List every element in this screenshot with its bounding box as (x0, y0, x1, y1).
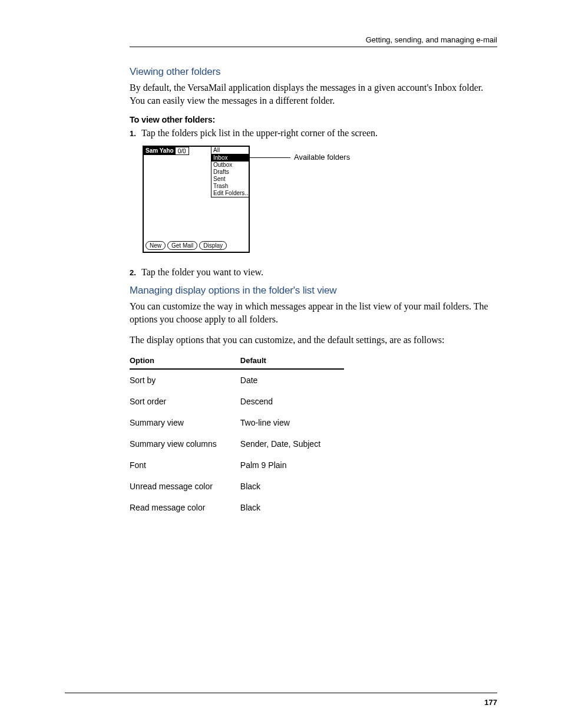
message-count: 0/0 (175, 147, 189, 155)
option-default: Palm 9 Plain (240, 454, 344, 476)
table-row: Summary view columnsSender, Date, Subjec… (130, 433, 344, 454)
page-footer: 177 (65, 693, 497, 707)
running-header: Getting, sending, and managing e-mail (130, 35, 497, 47)
dropdown-item-trash[interactable]: Trash (211, 183, 249, 190)
page: Getting, sending, and managing e-mail Vi… (0, 0, 562, 728)
step-2: 2. Tap the folder you want to view. (130, 267, 497, 278)
dropdown-item-all[interactable]: All (211, 147, 249, 154)
option-name: Unread message color (130, 476, 240, 497)
page-number: 177 (484, 698, 497, 707)
option-default: Black (240, 497, 344, 518)
step-text: Tap the folders pick list in the upper-r… (141, 128, 378, 139)
options-table: Option Default Sort byDate Sort orderDes… (130, 356, 344, 518)
table-row: FontPalm 9 Plain (130, 454, 344, 476)
procedure-heading: To view other folders: (130, 115, 497, 124)
option-default: Two-line view (240, 412, 344, 433)
dropdown-item-drafts[interactable]: Drafts (211, 169, 249, 176)
option-default: Black (240, 476, 344, 497)
option-default: Date (240, 369, 344, 391)
table-row: Sort orderDescend (130, 391, 344, 412)
table-row: Unread message colorBlack (130, 476, 344, 497)
option-name: Summary view columns (130, 433, 240, 454)
body-paragraph: By default, the VersaMail application di… (130, 81, 497, 107)
dropdown-item-outbox[interactable]: Outbox (211, 162, 249, 169)
table-row: Read message colorBlack (130, 497, 344, 518)
table-header-row: Option Default (130, 356, 344, 369)
body-paragraph: You can customize the way in which messa… (130, 300, 497, 325)
header-text: Getting, sending, and managing e-mail (366, 35, 497, 44)
get-mail-button[interactable]: Get Mail (167, 241, 197, 250)
dropdown-item-sent[interactable]: Sent (211, 176, 249, 183)
option-default: Descend (240, 391, 344, 412)
callout-label: Available folders (294, 153, 350, 162)
step-number: 1. (130, 128, 141, 139)
section-heading-managing: Managing display options in the folder's… (130, 285, 497, 297)
col-option: Option (130, 356, 240, 369)
option-name: Read message color (130, 497, 240, 518)
dropdown-item-inbox[interactable]: Inbox (211, 154, 249, 162)
step-number: 2. (130, 267, 141, 278)
button-bar: New Get Mail Display (146, 241, 227, 250)
option-name: Summary view (130, 412, 240, 433)
account-name: Sam Yaho (144, 147, 176, 155)
folder-dropdown[interactable]: All Inbox Outbox Drafts Sent Trash Edit … (211, 147, 249, 197)
display-button[interactable]: Display (199, 241, 227, 250)
option-name: Sort by (130, 369, 240, 391)
col-default: Default (240, 356, 344, 369)
device-screenshot: Sam Yaho 0/0 All Inbox Outbox Drafts Sen… (143, 146, 250, 253)
step-text: Tap the folder you want to view. (141, 267, 263, 278)
option-name: Font (130, 454, 240, 476)
option-name: Sort order (130, 391, 240, 412)
new-button[interactable]: New (146, 241, 166, 250)
table-row: Summary viewTwo-line view (130, 412, 344, 433)
body-paragraph: The display options that you can customi… (130, 334, 497, 347)
table-row: Sort byDate (130, 369, 344, 391)
dropdown-item-edit-folders[interactable]: Edit Folders… (211, 190, 249, 197)
step-1: 1. Tap the folders pick list in the uppe… (130, 128, 497, 139)
callout-leader-line (249, 157, 290, 158)
figure-folders-picklist: Sam Yaho 0/0 All Inbox Outbox Drafts Sen… (143, 146, 497, 253)
option-default: Sender, Date, Subject (240, 433, 344, 454)
section-heading-viewing: Viewing other folders (130, 66, 497, 78)
